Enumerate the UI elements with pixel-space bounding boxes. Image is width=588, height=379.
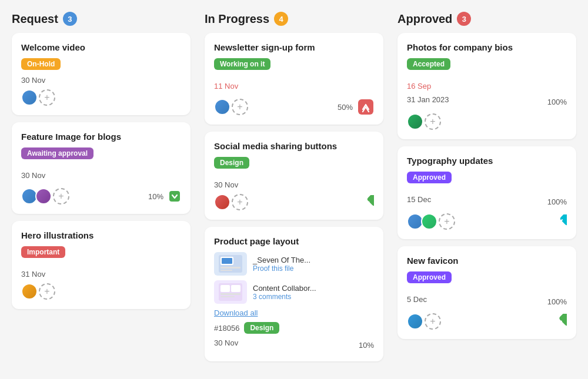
card-title: New favicon [407, 256, 567, 266]
card-footer: + [407, 313, 567, 330]
avatar [407, 313, 423, 330]
card-footer: + [407, 113, 567, 130]
card-date: 31 Nov [21, 270, 181, 279]
card-date: 30 Nov [214, 338, 238, 347]
svg-rect-14 [220, 293, 240, 295]
avatar-group: + [407, 313, 441, 330]
date-percent-row: 31 Jan 2023 100% [407, 95, 567, 109]
add-avatar-button[interactable]: + [425, 113, 441, 130]
proof-link[interactable]: Proof this file [253, 264, 374, 273]
check-diamond-icon [553, 214, 567, 229]
column-header-approved: Approved 3 [397, 12, 576, 26]
card-hero-illustrations: Hero illustrations Important 31 Nov + [12, 221, 191, 309]
column-request: Request 3 Welcome video On-Hold 30 Nov +… [12, 12, 191, 368]
tag-design: Design [214, 157, 249, 169]
tag-important: Important [21, 246, 65, 258]
svg-point-5 [368, 202, 370, 203]
card-footer: + [21, 89, 181, 106]
card-id: #18056 [214, 324, 239, 333]
column-title-in-progress: In Progress [205, 12, 269, 26]
card-title: Typography updates [407, 156, 567, 166]
badge-request: 3 [63, 12, 77, 26]
date-percent-row: 5 Dec 100% [407, 295, 567, 308]
card-newsletter: Newsletter sign-up form Working on it 11… [205, 33, 383, 125]
download-all-link[interactable]: Download all [214, 308, 374, 317]
avatar-group: + [407, 213, 455, 230]
percent: 10% [148, 192, 163, 201]
avatar [35, 188, 52, 204]
svg-point-3 [365, 202, 366, 203]
thumb-image [219, 255, 242, 273]
add-avatar-button[interactable]: + [425, 313, 441, 330]
card-footer: + [407, 213, 567, 230]
svg-rect-10 [220, 270, 232, 271]
add-avatar-button[interactable]: + [53, 188, 69, 204]
attachment-info: Content Collabor... 3 comments [253, 284, 374, 301]
avatar-group: + [21, 89, 55, 106]
card-title: Product page layout [214, 236, 374, 246]
card-social-media: Social media sharing buttons Design 30 N… [205, 132, 383, 220]
percent: 10% [359, 341, 374, 350]
card-title: Social media sharing buttons [214, 141, 374, 151]
card-id-row: #18056 Design [214, 322, 374, 334]
tag-awaiting: Awaiting approval [21, 147, 93, 159]
column-title-request: Request [12, 12, 58, 26]
badge-approved: 3 [457, 12, 471, 26]
card-footer: 30 Nov + 10% [21, 171, 181, 204]
add-avatar-button[interactable]: + [39, 89, 55, 106]
svg-point-20 [560, 321, 562, 323]
card-date: 5 Dec [407, 295, 427, 304]
add-avatar-button[interactable]: + [232, 194, 248, 210]
svg-rect-8 [222, 258, 232, 264]
avatar-group: + [407, 113, 441, 130]
thumb-image [219, 283, 242, 301]
card-welcome-video: Welcome video On-Hold 30 Nov + [12, 33, 191, 115]
attachment-thumb [214, 252, 247, 276]
card-product-page: Product page layout _Seven Of The... Pro… [205, 227, 383, 361]
card-date: 30 Nov [21, 171, 181, 180]
column-header-request: Request 3 [12, 12, 191, 26]
percent: 100% [547, 297, 567, 306]
avatar-group: + [21, 188, 69, 204]
column-header-in-progress: In Progress 4 [205, 12, 383, 26]
card-footer: + [214, 194, 374, 210]
add-avatar-button[interactable]: + [439, 213, 455, 230]
percent: 100% [547, 197, 567, 206]
svg-rect-0 [169, 191, 180, 202]
svg-rect-2 [366, 195, 374, 207]
svg-rect-9 [220, 267, 240, 269]
add-avatar-button[interactable]: + [39, 283, 55, 300]
card-title: Hero illustrations [21, 230, 181, 240]
card-photos-company: Photos for company bios Accepted 16 Sep … [397, 33, 576, 139]
kanban-board: Request 3 Welcome video On-Hold 30 Nov +… [12, 12, 576, 368]
add-avatar-button[interactable]: + [232, 99, 248, 115]
tag-working: Working on it [214, 58, 270, 70]
attachment-thumb [214, 280, 247, 304]
avatar [214, 194, 230, 210]
diamond-dots-icon [360, 195, 374, 209]
card-footer: + [21, 283, 181, 300]
card-date: 11 Nov [214, 82, 374, 90]
card-title: Feature Image for blogs [21, 132, 181, 142]
card-footer: 30 Nov 10% [214, 338, 374, 352]
tag-design-2: Design [244, 322, 279, 334]
svg-point-19 [559, 321, 560, 323]
attachment-info: _Seven Of The... Proof this file [253, 256, 374, 273]
badge-in-progress: 4 [274, 12, 288, 26]
avatar [21, 283, 38, 300]
svg-point-18 [556, 321, 558, 323]
attachment-item: _Seven Of The... Proof this file [214, 252, 374, 276]
card-new-favicon: New favicon Approved 5 Dec 100% + [397, 246, 576, 339]
card-typography: Typography updates Approved 15 Dec 100% … [397, 146, 576, 239]
card-date: 15 Dec [407, 195, 431, 204]
svg-rect-12 [220, 285, 230, 292]
card-feature-image: Feature Image for blogs Awaiting approva… [12, 122, 191, 214]
date-percent-row: 15 Dec 100% [407, 195, 567, 209]
column-approved: Approved 3 Photos for company bios Accep… [397, 12, 576, 368]
comments-link[interactable]: 3 comments [253, 293, 374, 301]
card-date-2: 31 Jan 2023 [407, 95, 449, 104]
avatar [407, 113, 423, 130]
avatar-group: + [21, 283, 55, 300]
card-footer-inner: + 10% [21, 188, 181, 204]
tag-accepted: Accepted [407, 58, 450, 70]
